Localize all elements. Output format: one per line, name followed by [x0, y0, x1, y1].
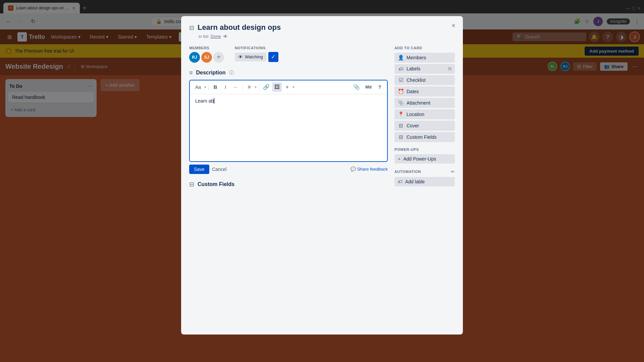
- text-cursor: [214, 98, 214, 104]
- image-btn[interactable]: 🖼: [272, 82, 282, 92]
- text-style-btn[interactable]: Aa: [193, 82, 204, 92]
- add-to-card-title: Add to card: [394, 46, 455, 50]
- feedback-link[interactable]: 💬 Share feedback: [351, 167, 388, 172]
- more-format-btn[interactable]: ···: [231, 82, 240, 92]
- add-dates-btn[interactable]: ⏰ Dates: [394, 86, 455, 97]
- automation-title: Automation: [394, 170, 421, 174]
- add-members-btn[interactable]: 👤 Members: [394, 53, 455, 63]
- custom-fields-btn-icon: ⊟: [398, 134, 404, 140]
- member-avatar-sj[interactable]: SJ: [201, 52, 212, 63]
- automation-section: Automation ✏ 🏷 Add lable: [394, 169, 455, 186]
- image-tooltip-arrow: [275, 80, 279, 82]
- description-icon: ≡: [189, 69, 193, 76]
- modal-main: Members RJ SJ + Notifications 👁 Watch: [189, 46, 388, 191]
- add-member-btn[interactable]: +: [213, 52, 224, 63]
- editor-help-btn[interactable]: ?: [375, 82, 384, 92]
- custom-fields-section: ⊟ Custom Fields: [189, 181, 388, 188]
- italic-btn[interactable]: I: [221, 82, 230, 92]
- add-power-ups-btn[interactable]: + Add Power-Ups: [394, 154, 455, 164]
- description-title: Description: [196, 70, 226, 76]
- member-avatar-rj[interactable]: RJ: [189, 52, 200, 63]
- list-link[interactable]: Done: [211, 34, 221, 39]
- notifications-label: Notifications: [235, 46, 278, 50]
- add-label-btn[interactable]: 🏷 Add lable: [394, 177, 455, 186]
- editor-actions: Save Cancel 💬 Share feedback: [189, 165, 388, 174]
- modal-card-header: ⊟ Learn about design ops: [189, 23, 455, 33]
- meta-row: Members RJ SJ + Notifications 👁 Watch: [189, 46, 388, 63]
- modal-overlay: × ⊟ Learn about design ops in list Done …: [0, 0, 644, 362]
- link-btn[interactable]: 🔗: [261, 82, 272, 92]
- save-btn[interactable]: Save: [189, 165, 209, 174]
- modal-card-subtitle: in list Done 👁: [199, 34, 455, 39]
- custom-fields-title: Custom Fields: [198, 181, 234, 187]
- feedback-icon: 💬: [351, 167, 356, 172]
- editor-wrapper: Aa ▾ B I ··· ≡ ▾ 🔗 🖼: [189, 80, 388, 162]
- custom-fields-icon: ⊟: [189, 181, 194, 188]
- description-info-icon[interactable]: ⓘ: [229, 70, 234, 76]
- dates-btn-icon: ⏰: [398, 88, 404, 95]
- watching-check-btn[interactable]: ✓: [268, 52, 278, 62]
- members-label: Members: [189, 46, 224, 50]
- add-cover-btn[interactable]: ⊟ Cover: [394, 121, 455, 131]
- cover-btn-icon: ⊟: [398, 123, 404, 129]
- notifications-group: Notifications 👁 Watching ✓: [235, 46, 278, 63]
- bold-btn[interactable]: B: [211, 82, 220, 92]
- image-btn-wrapper: 🖼 Image: [272, 82, 282, 92]
- attachment-btn-icon: 📎: [398, 100, 404, 106]
- add-location-btn[interactable]: 📍 Location: [394, 109, 455, 119]
- power-ups-title: Power-Ups: [394, 147, 455, 152]
- editor-text: Learn ab: [195, 98, 214, 104]
- add-checklist-btn[interactable]: ☑ Checklist: [394, 75, 455, 85]
- members-btn-icon: 👤: [398, 55, 404, 61]
- add-attachment-btn[interactable]: 📎 Attachment: [394, 98, 455, 108]
- editor-toolbar: Aa ▾ B I ··· ≡ ▾ 🔗 🖼: [190, 80, 387, 94]
- watching-label: Watching: [245, 54, 263, 59]
- toolbar-sep1: [208, 84, 209, 90]
- custom-fields-header: ⊟ Custom Fields: [189, 181, 388, 188]
- members-avatars: RJ SJ +: [189, 52, 224, 63]
- cancel-link[interactable]: Cancel: [212, 167, 227, 172]
- members-group: Members RJ SJ +: [189, 46, 224, 63]
- modal-close-btn[interactable]: ×: [448, 20, 459, 31]
- card-modal: × ⊟ Learn about design ops in list Done …: [181, 16, 463, 335]
- attachment-btn[interactable]: 📎: [351, 82, 362, 92]
- watch-icon[interactable]: 👁: [223, 34, 228, 39]
- eye-icon: 👁: [238, 54, 243, 60]
- labels-btn-icon: 🏷: [398, 66, 404, 72]
- toolbar-sep3: [259, 84, 259, 90]
- plus-btn[interactable]: +: [282, 82, 292, 92]
- notifications-controls: 👁 Watching ✓: [235, 52, 278, 62]
- modal-sidebar: Add to card 👤 Members 🏷 Labels ⊟ ☑ Check…: [394, 46, 455, 191]
- modal-card-title[interactable]: Learn about design ops: [198, 23, 281, 33]
- list-btn[interactable]: ≡: [245, 82, 254, 92]
- toolbar-sep2: [242, 84, 243, 90]
- modal-body: Members RJ SJ + Notifications 👁 Watch: [189, 46, 455, 191]
- description-header: ≡ Description ⓘ: [189, 69, 388, 76]
- checklist-btn-icon: ☑: [398, 77, 404, 83]
- labels-copy-icon: ⊟: [448, 66, 451, 71]
- automation-header-row: Automation ✏: [394, 169, 455, 174]
- editor-content[interactable]: Learn ab: [190, 94, 387, 161]
- location-btn-icon: 📍: [398, 111, 404, 117]
- label-icon: 🏷: [398, 179, 402, 184]
- card-title-icon: ⊟: [189, 24, 194, 32]
- power-ups-plus-icon: +: [398, 156, 400, 162]
- add-custom-fields-btn[interactable]: ⊟ Custom Fields: [394, 132, 455, 142]
- power-ups-section: Power-Ups + Add Power-Ups: [394, 147, 455, 164]
- markdown-btn[interactable]: Md: [363, 82, 374, 92]
- add-to-card-section: Add to card 👤 Members 🏷 Labels ⊟ ☑ Check…: [394, 46, 455, 142]
- automation-edit-icon[interactable]: ✏: [451, 169, 455, 174]
- description-section: ≡ Description ⓘ Aa ▾ B I ···: [189, 69, 388, 174]
- watching-btn[interactable]: 👁 Watching: [235, 53, 266, 61]
- add-labels-btn[interactable]: 🏷 Labels ⊟: [394, 64, 455, 74]
